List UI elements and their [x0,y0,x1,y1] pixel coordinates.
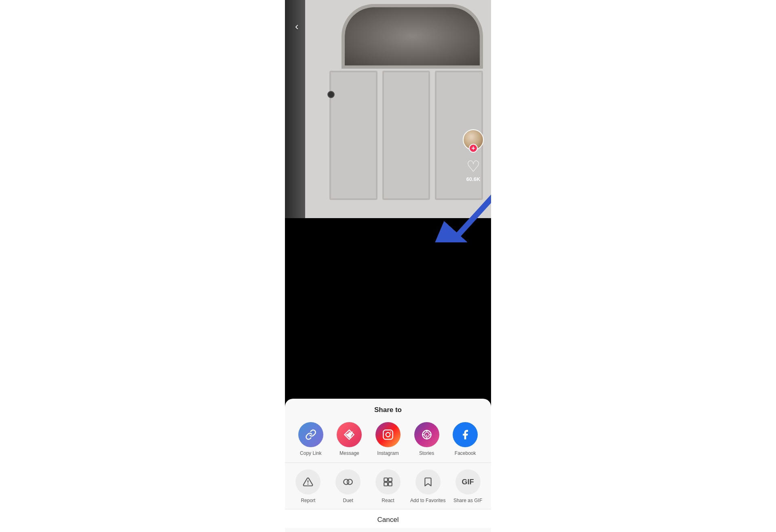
copy-link-label: Copy Link [300,450,321,456]
share-message[interactable]: Message [330,422,369,456]
facebook-icon [453,422,478,447]
gif-text-label: GIF [462,478,474,486]
door-arch-window [342,4,483,69]
share-gif-label: Share as GIF [453,498,482,504]
report-icon [295,469,321,494]
creator-avatar[interactable]: + [463,129,484,150]
instagram-label: Instagram [377,450,399,456]
action-add-favorites[interactable]: Add to Favorites [408,469,448,504]
share-to-header: Share to [285,399,491,419]
door-panels [329,71,483,200]
svg-text:+: + [425,433,428,437]
svg-point-6 [386,433,390,437]
door-left-strip [285,0,305,218]
share-facebook[interactable]: Facebook [446,422,485,456]
message-icon [337,422,362,447]
doorbell [327,91,335,98]
door-main [305,0,491,218]
action-report[interactable]: Report [288,469,328,504]
duet-icon [335,469,361,494]
react-label: React [382,498,394,504]
copy-link-icon [298,422,323,447]
report-label: Report [301,498,315,504]
svg-rect-5 [383,430,392,439]
instagram-icon [375,422,401,447]
duet-label: Duet [343,498,353,504]
svg-rect-19 [384,478,388,482]
share-stories[interactable]: + Stories [407,422,446,456]
like-count: 60.6K [466,176,481,182]
action-share-gif[interactable]: GIF Share as GIF [448,469,488,504]
add-favorites-icon [415,469,441,494]
follow-plus-button[interactable]: + [469,144,478,153]
heart-icon: ♡ [466,158,480,175]
share-icons-row: Copy Link Message [285,419,491,463]
video-background [285,0,491,218]
phone-container: ‹ + ♡ 60.6K Share to [285,0,491,532]
message-label: Message [340,450,359,456]
svg-point-7 [390,432,391,433]
react-icon [375,469,401,494]
svg-rect-21 [384,482,388,486]
share-bottom-sheet: Share to Copy Link [285,399,491,532]
facebook-label: Facebook [455,450,476,456]
share-gif-icon: GIF [455,469,481,494]
actions-row: Report Duet [285,463,491,509]
back-arrow-button[interactable]: ‹ [295,20,299,33]
svg-rect-22 [388,482,392,486]
action-react[interactable]: React [368,469,408,504]
action-duet[interactable]: Duet [328,469,368,504]
like-container[interactable]: ♡ 60.6K [466,158,481,182]
svg-point-18 [347,479,352,485]
svg-rect-20 [388,478,392,482]
cancel-button[interactable]: Cancel [285,509,491,528]
stories-icon: + [414,422,439,447]
add-favorites-label: Add to Favorites [410,498,445,504]
share-copy-link[interactable]: Copy Link [291,422,330,456]
door-scene [285,0,491,218]
share-instagram[interactable]: Instagram [369,422,407,456]
stories-label: Stories [419,450,434,456]
right-side-icons: + ♡ 60.6K [463,129,484,182]
